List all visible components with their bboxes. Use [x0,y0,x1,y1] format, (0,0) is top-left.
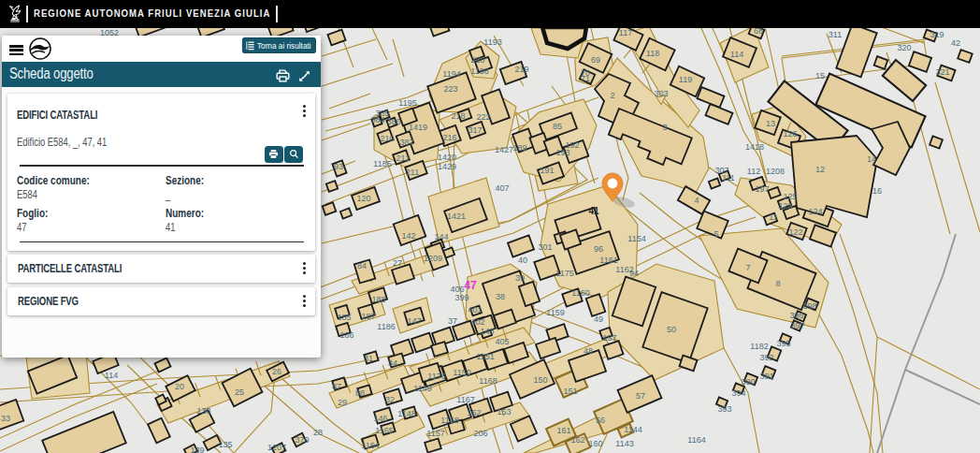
svg-text:122: 122 [788,227,802,237]
svg-text:211: 211 [406,168,419,177]
svg-text:405: 405 [495,337,509,346]
svg-text:93: 93 [334,162,343,171]
svg-text:142: 142 [401,231,415,241]
svg-text:47: 47 [464,279,477,292]
svg-text:38: 38 [496,292,505,301]
svg-text:223: 223 [443,84,457,94]
svg-text:26: 26 [272,367,281,376]
svg-text:398: 398 [802,301,816,311]
svg-text:1429: 1429 [438,162,456,171]
svg-text:37: 37 [448,316,457,326]
svg-text:27: 27 [393,258,402,268]
svg-text:57: 57 [636,391,645,401]
svg-text:1421: 1421 [447,212,466,221]
svg-text:39: 39 [515,273,525,283]
svg-text:48: 48 [584,346,593,356]
svg-text:384: 384 [370,115,384,124]
svg-text:25: 25 [235,387,244,397]
svg-text:1165: 1165 [375,426,393,435]
svg-text:16: 16 [872,186,882,196]
svg-text:162: 162 [570,435,584,445]
svg-text:85: 85 [553,122,562,131]
svg-text:1167: 1167 [456,395,474,404]
svg-text:1193: 1193 [483,37,501,47]
svg-text:1427: 1427 [495,145,513,154]
svg-text:210: 210 [380,134,394,143]
svg-text:301: 301 [538,242,552,252]
svg-text:1160: 1160 [571,288,589,298]
svg-text:5: 5 [713,229,718,239]
svg-text:88: 88 [355,388,365,398]
svg-text:160: 160 [588,439,602,448]
svg-text:1185: 1185 [373,159,391,168]
svg-text:1157: 1157 [426,429,444,438]
svg-text:114: 114 [105,371,118,380]
svg-text:42: 42 [951,38,960,48]
svg-text:147: 147 [407,316,421,326]
svg-text:50: 50 [667,325,676,334]
svg-text:1164: 1164 [687,435,705,445]
svg-text:319: 319 [930,30,944,39]
svg-text:34: 34 [388,358,397,368]
svg-text:396: 396 [789,311,803,320]
svg-text:406: 406 [450,285,464,294]
svg-text:29: 29 [338,398,347,407]
svg-text:139: 139 [190,446,204,453]
svg-text:1159: 1159 [546,308,564,317]
svg-text:186: 186 [339,330,353,340]
svg-text:1164: 1164 [361,441,379,450]
svg-text:124: 124 [808,207,822,216]
svg-text:84: 84 [357,261,367,270]
svg-text:197: 197 [755,184,769,194]
svg-text:11: 11 [769,212,777,222]
svg-text:1143: 1143 [615,439,633,448]
svg-text:317: 317 [468,125,482,135]
svg-text:1419: 1419 [409,123,427,132]
svg-text:1168: 1168 [479,376,497,386]
svg-text:393: 393 [717,404,731,414]
svg-text:1158: 1158 [440,416,458,425]
svg-text:401: 401 [468,305,482,314]
svg-text:28: 28 [313,428,323,437]
svg-text:41: 41 [588,206,599,216]
svg-text:1161: 1161 [599,256,617,265]
svg-text:1209: 1209 [424,254,442,263]
svg-text:1195: 1195 [398,98,416,108]
svg-text:152: 152 [467,408,481,417]
svg-text:1144: 1144 [624,425,641,434]
svg-text:32: 32 [385,395,395,404]
svg-text:114: 114 [730,50,743,59]
svg-text:387: 387 [399,138,413,147]
svg-text:218: 218 [451,111,465,121]
svg-text:1175: 1175 [555,269,573,278]
svg-text:112: 112 [747,167,760,176]
svg-text:222: 222 [476,112,490,122]
svg-text:311: 311 [829,30,842,39]
svg-text:126: 126 [783,129,797,139]
svg-text:71: 71 [581,74,590,83]
svg-text:118: 118 [646,49,659,58]
svg-text:187: 187 [361,312,375,321]
svg-text:119: 119 [679,75,692,84]
svg-text:1148: 1148 [397,409,415,418]
svg-text:1186: 1186 [377,322,395,331]
svg-text:1182: 1182 [750,342,768,351]
svg-text:185: 185 [337,313,351,322]
svg-text:390: 390 [741,377,755,387]
svg-text:212: 212 [396,153,410,163]
svg-text:33: 33 [1,414,10,423]
svg-text:148: 148 [480,327,494,336]
svg-text:150: 150 [533,375,547,385]
svg-text:13: 13 [766,119,775,128]
svg-text:94: 94 [629,269,639,278]
svg-text:321: 321 [935,67,949,77]
svg-text:399: 399 [454,293,468,302]
svg-text:123: 123 [778,201,792,211]
svg-text:391: 391 [759,372,773,381]
svg-text:151: 151 [563,387,577,396]
svg-text:1154: 1154 [627,234,645,243]
svg-text:1194: 1194 [442,69,460,79]
svg-text:135: 135 [218,440,232,449]
svg-text:206: 206 [473,429,487,438]
svg-text:144: 144 [434,232,448,241]
